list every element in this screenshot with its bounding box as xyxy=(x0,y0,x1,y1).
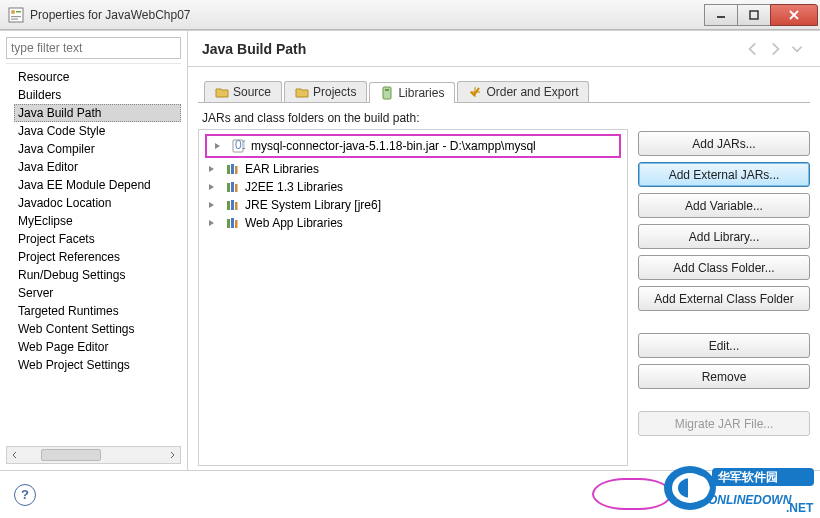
remove-button[interactable]: Remove xyxy=(638,364,810,389)
library-icon xyxy=(225,162,239,176)
svg-rect-14 xyxy=(231,182,234,192)
add-external-class-folder-button[interactable]: Add External Class Folder xyxy=(638,286,810,311)
svg-rect-16 xyxy=(227,201,230,210)
category-item[interactable]: Java EE Module Depend xyxy=(14,176,181,194)
close-button[interactable] xyxy=(770,4,818,26)
category-item[interactable]: Project Facets xyxy=(14,230,181,248)
scroll-left-icon[interactable] xyxy=(7,447,23,463)
jar-entry[interactable]: Web App Libraries xyxy=(203,214,623,232)
expand-icon[interactable] xyxy=(207,200,217,210)
libraries-content: 010mysql-connector-java-5.1.18-bin.jar -… xyxy=(198,129,810,466)
maximize-button[interactable] xyxy=(737,4,771,26)
tab-projects[interactable]: Projects xyxy=(284,81,367,102)
category-item[interactable]: Java Compiler xyxy=(14,140,181,158)
svg-point-1 xyxy=(11,10,15,14)
window-title: Properties for JavaWebChp07 xyxy=(30,8,705,22)
expand-icon[interactable] xyxy=(213,141,223,151)
scroll-thumb[interactable] xyxy=(41,449,101,461)
page-title: Java Build Path xyxy=(202,41,740,57)
svg-rect-2 xyxy=(16,11,21,13)
category-tree[interactable]: ResourceBuildersJava Build PathJava Code… xyxy=(6,68,181,374)
library-icon xyxy=(225,198,239,212)
jar-entry[interactable]: 010mysql-connector-java-5.1.18-bin.jar -… xyxy=(209,137,617,155)
tab-label: Libraries xyxy=(398,86,444,100)
svg-rect-3 xyxy=(11,16,21,17)
svg-rect-17 xyxy=(231,200,234,210)
tab-label: Projects xyxy=(313,85,356,99)
svg-rect-7 xyxy=(385,89,389,91)
filter-input[interactable] xyxy=(6,37,181,59)
window-buttons xyxy=(705,4,818,26)
back-icon[interactable] xyxy=(744,40,762,58)
expand-icon[interactable] xyxy=(207,164,217,174)
svg-rect-20 xyxy=(231,218,234,228)
jar-icon: 010 xyxy=(231,139,245,153)
category-pane: ResourceBuildersJava Build PathJava Code… xyxy=(0,31,188,470)
expand-icon[interactable] xyxy=(207,182,217,192)
add-library-button[interactable]: Add Library... xyxy=(638,224,810,249)
scroll-right-icon[interactable] xyxy=(164,447,180,463)
category-item[interactable]: Server xyxy=(14,284,181,302)
dropdown-icon[interactable] xyxy=(788,40,806,58)
svg-rect-0 xyxy=(9,8,23,22)
library-icon xyxy=(225,180,239,194)
add-class-folder-button[interactable]: Add Class Folder... xyxy=(638,255,810,280)
svg-rect-12 xyxy=(235,166,238,174)
category-item[interactable]: Java Build Path xyxy=(14,104,181,122)
svg-rect-4 xyxy=(11,18,18,19)
category-item[interactable]: Run/Debug Settings xyxy=(14,266,181,284)
bottom-bar: ? xyxy=(0,470,820,518)
category-item[interactable]: Targeted Runtimes xyxy=(14,302,181,320)
tab-label: Source xyxy=(233,85,271,99)
category-item[interactable]: Web Content Settings xyxy=(14,320,181,338)
help-button[interactable]: ? xyxy=(14,484,36,506)
expand-icon[interactable] xyxy=(207,218,217,228)
add-jars-button[interactable]: Add JARs... xyxy=(638,131,810,156)
tab-label: Order and Export xyxy=(486,85,578,99)
page-header: Java Build Path xyxy=(188,31,820,67)
forward-icon[interactable] xyxy=(766,40,784,58)
jar-entry-label: JRE System Library [jre6] xyxy=(245,198,381,212)
tree-horizontal-scrollbar[interactable] xyxy=(6,446,181,464)
category-item[interactable]: Project References xyxy=(14,248,181,266)
tab-bar: SourceProjectsLibrariesOrder and Export xyxy=(198,75,810,103)
jar-list[interactable]: 010mysql-connector-java-5.1.18-bin.jar -… xyxy=(198,129,628,466)
jar-entry-label: J2EE 1.3 Libraries xyxy=(245,180,343,194)
category-item[interactable]: Javadoc Location xyxy=(14,194,181,212)
add-variable-button[interactable]: Add Variable... xyxy=(638,193,810,218)
jar-entry[interactable]: EAR Libraries xyxy=(203,160,623,178)
category-item[interactable]: Resource xyxy=(14,68,181,86)
svg-rect-18 xyxy=(235,202,238,210)
svg-rect-21 xyxy=(235,220,238,228)
svg-rect-15 xyxy=(235,184,238,192)
svg-rect-6 xyxy=(383,87,391,99)
svg-rect-5 xyxy=(750,11,758,19)
category-tree-wrap: ResourceBuildersJava Build PathJava Code… xyxy=(6,63,181,442)
category-item[interactable]: Web Project Settings xyxy=(14,356,181,374)
tab-order-and-export[interactable]: Order and Export xyxy=(457,81,589,102)
window-icon xyxy=(8,7,24,23)
list-label: JARs and class folders on the build path… xyxy=(202,111,810,125)
category-item[interactable]: Java Code Style xyxy=(14,122,181,140)
svg-rect-10 xyxy=(227,165,230,174)
ok-highlight-annotation xyxy=(592,478,672,510)
jar-entry[interactable]: JRE System Library [jre6] xyxy=(203,196,623,214)
tab-libraries[interactable]: Libraries xyxy=(369,82,455,103)
category-item[interactable]: MyEclipse xyxy=(14,212,181,230)
jar-entry[interactable]: J2EE 1.3 Libraries xyxy=(203,178,623,196)
jar-entry-label: EAR Libraries xyxy=(245,162,319,176)
category-item[interactable]: Web Page Editor xyxy=(14,338,181,356)
details-pane: Java Build Path SourceProjectsLibrariesO… xyxy=(188,31,820,470)
dialog-body: ResourceBuildersJava Build PathJava Code… xyxy=(0,30,820,470)
tab-source[interactable]: Source xyxy=(204,81,282,102)
jar-entry-label: mysql-connector-java-5.1.18-bin.jar - D:… xyxy=(251,139,536,153)
edit-button[interactable]: Edit... xyxy=(638,333,810,358)
category-item[interactable]: Builders xyxy=(14,86,181,104)
migrate-jar-button: Migrate JAR File... xyxy=(638,411,810,436)
add-external-jars-button[interactable]: Add External JARs... xyxy=(638,162,810,187)
minimize-button[interactable] xyxy=(704,4,738,26)
jar-highlight-annotation: 010mysql-connector-java-5.1.18-bin.jar -… xyxy=(205,134,621,158)
svg-rect-11 xyxy=(231,164,234,174)
category-item[interactable]: Java Editor xyxy=(14,158,181,176)
button-column: Add JARs... Add External JARs... Add Var… xyxy=(638,129,810,466)
